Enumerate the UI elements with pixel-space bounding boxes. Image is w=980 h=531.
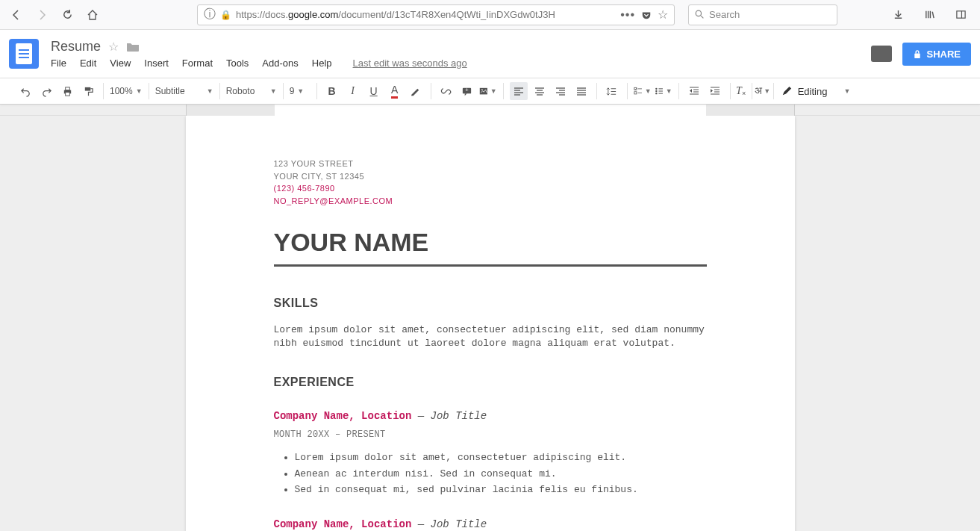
menu-addons[interactable]: Add-ons [262, 58, 298, 69]
align-justify-button[interactable] [572, 82, 590, 100]
contact-email[interactable]: NO_REPLY@EXAMPLE.COM [274, 195, 707, 208]
align-left-button[interactable] [510, 82, 528, 100]
highlight-button[interactable] [407, 82, 425, 100]
bullet-list-button[interactable]: ▼ [655, 82, 672, 100]
forward-button[interactable] [31, 4, 52, 25]
style-select[interactable]: Subtitle▼ [151, 86, 218, 96]
resume-name[interactable]: YOUR NAME [274, 228, 707, 257]
input-tools-button[interactable]: अ▼ [754, 82, 772, 100]
menu-tools[interactable]: Tools [226, 58, 249, 69]
docs-header: Resume ☆ File Edit View Insert Format To… [0, 30, 980, 78]
job-entry[interactable]: Company Name, Location — Job Title MONTH… [274, 518, 707, 531]
bullet-item[interactable]: Lorem ipsum dolor sit amet, consectetuer… [295, 450, 707, 465]
skills-body[interactable]: Lorem ipsum dolor sit amet, consectetuer… [274, 323, 707, 350]
svg-line-1 [701, 16, 703, 18]
home-button[interactable] [82, 4, 103, 25]
lock-icon: 🔒 [220, 10, 231, 20]
back-button[interactable] [6, 4, 27, 25]
align-right-button[interactable] [552, 82, 569, 100]
menu-view[interactable]: View [110, 58, 131, 69]
contact-city[interactable]: YOUR CITY, ST 12345 [274, 170, 707, 183]
comments-button[interactable] [871, 46, 892, 62]
skills-heading[interactable]: SKILLS [274, 296, 707, 310]
svg-rect-2 [956, 11, 964, 18]
italic-button[interactable]: I [344, 82, 362, 100]
svg-rect-8 [84, 87, 90, 90]
font-size-select[interactable]: 9▼ [285, 86, 315, 96]
bullet-item[interactable]: Sed in consequat mi, sed pulvinar lacini… [295, 482, 707, 497]
checklist-button[interactable]: ▼ [634, 82, 652, 100]
sidebar-icon[interactable] [950, 4, 971, 25]
ruler[interactable] [0, 105, 980, 116]
docs-logo[interactable] [9, 39, 39, 69]
browser-toolbar: ⓘ 🔒 https://docs.google.com/document/d/1… [0, 0, 980, 30]
svg-rect-4 [915, 53, 920, 58]
job-company[interactable]: Company Name, Location [274, 518, 412, 530]
search-bar[interactable]: Search [688, 4, 837, 25]
bookmark-icon[interactable]: ☆ [658, 7, 668, 22]
toolbar: 100%▼ Subtitle▼ Roboto▼ 9▼ B I U A + ▼ ▼… [0, 78, 980, 105]
link-button[interactable] [437, 82, 455, 100]
undo-button[interactable] [16, 82, 34, 100]
info-icon: ⓘ [204, 7, 216, 22]
redo-button[interactable] [37, 82, 55, 100]
job-title[interactable]: Job Title [431, 410, 487, 422]
bullet-item[interactable]: Aenean ac interdum nisi. Sed in consequa… [295, 467, 707, 482]
print-button[interactable] [58, 82, 76, 100]
clear-formatting-button[interactable]: T× [732, 82, 750, 100]
image-button[interactable]: ▼ [479, 82, 497, 100]
line-spacing-button[interactable] [603, 82, 621, 100]
indent-increase-button[interactable] [706, 82, 724, 100]
search-icon [695, 10, 705, 19]
svg-point-0 [696, 10, 701, 16]
star-icon[interactable]: ☆ [108, 40, 119, 54]
pencil-icon [781, 86, 792, 96]
contact-phone[interactable]: (123) 456-7890 [274, 182, 707, 195]
doc-title[interactable]: Resume [51, 39, 101, 55]
svg-rect-7 [65, 92, 69, 96]
divider [274, 264, 707, 267]
svg-point-38 [655, 90, 657, 92]
document-canvas[interactable]: 123 YOUR STREET YOUR CITY, ST 12345 (123… [0, 116, 980, 531]
zoom-select[interactable]: 100%▼ [105, 86, 147, 96]
job-bullets[interactable]: Lorem ipsum dolor sit amet, consectetuer… [274, 450, 707, 497]
paint-format-button[interactable] [79, 82, 97, 100]
downloads-icon[interactable] [887, 4, 908, 25]
underline-button[interactable]: U [365, 82, 383, 100]
menu-bar: File Edit View Insert Format Tools Add-o… [51, 58, 467, 69]
job-dates[interactable]: MONTH 20XX – PRESENT [274, 429, 707, 440]
menu-help[interactable]: Help [312, 58, 332, 69]
more-icon[interactable]: ••• [620, 8, 635, 22]
bold-button[interactable]: B [323, 82, 341, 100]
indent-decrease-button[interactable] [685, 82, 703, 100]
reload-button[interactable] [57, 4, 78, 25]
share-button[interactable]: SHARE [902, 43, 971, 66]
svg-point-40 [655, 93, 657, 94]
folder-icon[interactable] [126, 41, 140, 52]
last-edit[interactable]: Last edit was seconds ago [353, 58, 467, 69]
pocket-icon[interactable] [641, 10, 652, 20]
svg-rect-34 [634, 92, 636, 94]
text-color-button[interactable]: A [386, 82, 404, 100]
url-bar[interactable]: ⓘ 🔒 https://docs.google.com/document/d/1… [197, 4, 675, 25]
menu-format[interactable]: Format [182, 58, 213, 69]
job-title[interactable]: Job Title [431, 518, 487, 530]
job-company[interactable]: Company Name, Location [274, 410, 412, 422]
align-center-button[interactable] [531, 82, 549, 100]
experience-heading[interactable]: EXPERIENCE [274, 376, 707, 389]
page[interactable]: 123 YOUR STREET YOUR CITY, ST 12345 (123… [186, 116, 795, 531]
menu-insert[interactable]: Insert [144, 58, 169, 69]
contact-street[interactable]: 123 YOUR STREET [274, 158, 707, 170]
svg-point-12 [481, 89, 483, 90]
contact-block[interactable]: 123 YOUR STREET YOUR CITY, ST 12345 (123… [274, 158, 707, 207]
comment-button[interactable]: + [458, 82, 476, 100]
mode-button[interactable]: Editing ▼ [775, 86, 857, 97]
font-select[interactable]: Roboto▼ [222, 86, 281, 96]
library-icon[interactable] [919, 4, 940, 25]
search-placeholder: Search [709, 9, 740, 20]
menu-edit[interactable]: Edit [80, 58, 96, 69]
svg-point-36 [655, 88, 657, 90]
menu-file[interactable]: File [51, 58, 66, 69]
lock-icon [913, 49, 922, 59]
job-entry[interactable]: Company Name, Location — Job Title MONTH… [274, 410, 707, 497]
